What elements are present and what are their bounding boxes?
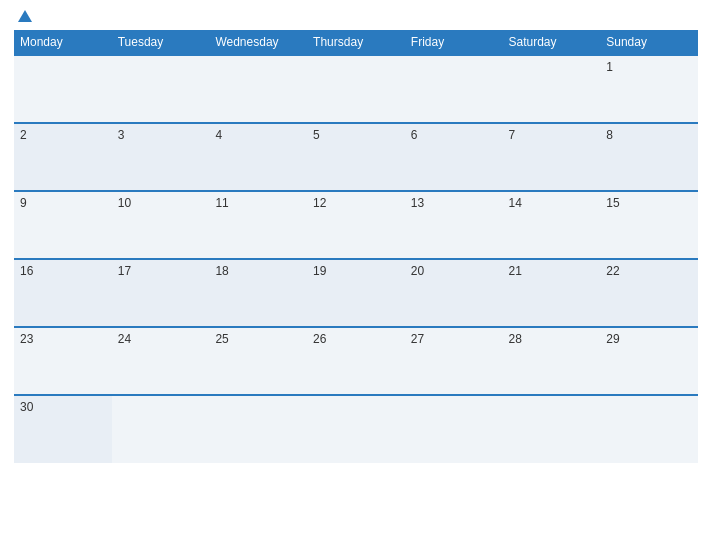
- calendar-cell: 14: [503, 191, 601, 259]
- weekday-monday: Monday: [14, 30, 112, 55]
- calendar-cell: 23: [14, 327, 112, 395]
- calendar-cell: 4: [209, 123, 307, 191]
- day-number: 25: [215, 332, 228, 346]
- calendar-cell: 12: [307, 191, 405, 259]
- calendar-cell: 16: [14, 259, 112, 327]
- day-number: 1: [606, 60, 613, 74]
- week-row-6: 30: [14, 395, 698, 463]
- weekday-friday: Friday: [405, 30, 503, 55]
- calendar-cell: 25: [209, 327, 307, 395]
- day-number: 29: [606, 332, 619, 346]
- week-row-5: 23242526272829: [14, 327, 698, 395]
- calendar-cell: 8: [600, 123, 698, 191]
- calendar-cell: 29: [600, 327, 698, 395]
- calendar-cell: 3: [112, 123, 210, 191]
- day-number: 16: [20, 264, 33, 278]
- day-number: 14: [509, 196, 522, 210]
- day-number: 30: [20, 400, 33, 414]
- calendar-cell: 27: [405, 327, 503, 395]
- week-row-1: 1: [14, 55, 698, 123]
- day-number: 11: [215, 196, 228, 210]
- calendar-cell: 21: [503, 259, 601, 327]
- calendar-cell: 30: [14, 395, 112, 463]
- day-number: 18: [215, 264, 228, 278]
- calendar-cell: [307, 55, 405, 123]
- calendar-page: MondayTuesdayWednesdayThursdayFridaySatu…: [0, 0, 712, 550]
- day-number: 6: [411, 128, 418, 142]
- logo-triangle-icon: [18, 10, 32, 22]
- calendar-cell: [307, 395, 405, 463]
- day-number: 19: [313, 264, 326, 278]
- day-number: 3: [118, 128, 125, 142]
- calendar-cell: 6: [405, 123, 503, 191]
- day-number: 26: [313, 332, 326, 346]
- calendar-cell: 2: [14, 123, 112, 191]
- logo-blue-text: [14, 10, 32, 22]
- day-number: 24: [118, 332, 131, 346]
- calendar-cell: [112, 395, 210, 463]
- calendar-cell: [112, 55, 210, 123]
- day-number: 15: [606, 196, 619, 210]
- calendar-cell: [503, 55, 601, 123]
- calendar-cell: 1: [600, 55, 698, 123]
- day-number: 27: [411, 332, 424, 346]
- calendar-cell: 15: [600, 191, 698, 259]
- day-number: 5: [313, 128, 320, 142]
- calendar-cell: 17: [112, 259, 210, 327]
- calendar-cell: [14, 55, 112, 123]
- weekday-header-row: MondayTuesdayWednesdayThursdayFridaySatu…: [14, 30, 698, 55]
- day-number: 28: [509, 332, 522, 346]
- week-row-4: 16171819202122: [14, 259, 698, 327]
- week-row-2: 2345678: [14, 123, 698, 191]
- weekday-wednesday: Wednesday: [209, 30, 307, 55]
- day-number: 9: [20, 196, 27, 210]
- calendar-cell: 10: [112, 191, 210, 259]
- day-number: 7: [509, 128, 516, 142]
- calendar-cell: 26: [307, 327, 405, 395]
- calendar-header: [14, 10, 698, 22]
- calendar-cell: 24: [112, 327, 210, 395]
- calendar-cell: 9: [14, 191, 112, 259]
- calendar-cell: [405, 55, 503, 123]
- calendar-cell: 5: [307, 123, 405, 191]
- calendar-cell: 20: [405, 259, 503, 327]
- calendar-cell: 22: [600, 259, 698, 327]
- calendar-cell: 11: [209, 191, 307, 259]
- calendar-cell: [600, 395, 698, 463]
- calendar-cell: 13: [405, 191, 503, 259]
- day-number: 22: [606, 264, 619, 278]
- calendar-table: MondayTuesdayWednesdayThursdayFridaySatu…: [14, 30, 698, 463]
- calendar-cell: [503, 395, 601, 463]
- weekday-tuesday: Tuesday: [112, 30, 210, 55]
- calendar-cell: [209, 395, 307, 463]
- weekday-saturday: Saturday: [503, 30, 601, 55]
- day-number: 4: [215, 128, 222, 142]
- day-number: 8: [606, 128, 613, 142]
- calendar-cell: 7: [503, 123, 601, 191]
- day-number: 12: [313, 196, 326, 210]
- day-number: 10: [118, 196, 131, 210]
- calendar-cell: 18: [209, 259, 307, 327]
- week-row-3: 9101112131415: [14, 191, 698, 259]
- day-number: 13: [411, 196, 424, 210]
- calendar-cell: [209, 55, 307, 123]
- logo: [14, 10, 32, 22]
- calendar-cell: [405, 395, 503, 463]
- weekday-thursday: Thursday: [307, 30, 405, 55]
- calendar-cell: 28: [503, 327, 601, 395]
- day-number: 2: [20, 128, 27, 142]
- calendar-cell: 19: [307, 259, 405, 327]
- day-number: 17: [118, 264, 131, 278]
- day-number: 20: [411, 264, 424, 278]
- day-number: 23: [20, 332, 33, 346]
- weekday-sunday: Sunday: [600, 30, 698, 55]
- day-number: 21: [509, 264, 522, 278]
